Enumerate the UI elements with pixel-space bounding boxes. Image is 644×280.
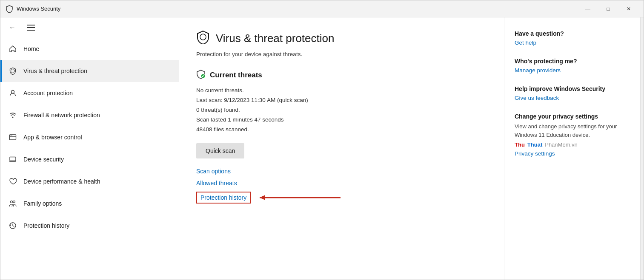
watermark-rest: PhanMem.vn bbox=[545, 141, 578, 148]
sidebar-item-device-security[interactable]: Device security bbox=[0, 148, 179, 170]
back-icon: ← bbox=[9, 24, 16, 31]
menu-button[interactable] bbox=[25, 22, 37, 34]
right-section-protecting: Who's protecting me? Manage providers bbox=[515, 58, 630, 74]
sidebar: ← Home bbox=[0, 17, 179, 280]
app-browser-icon bbox=[8, 133, 17, 142]
sidebar-item-home[interactable]: Home bbox=[0, 38, 179, 60]
privacy-text: View and change privacy settings for you… bbox=[515, 122, 630, 139]
sidebar-item-account[interactable]: Account protection bbox=[0, 82, 179, 104]
sidebar-item-firewall[interactable]: Firewall & network protection bbox=[0, 104, 179, 126]
files-scanned-text: 48408 files scanned. bbox=[196, 125, 487, 135]
scan-options-link-container: Scan options bbox=[196, 168, 487, 175]
minimize-button[interactable]: — bbox=[578, 2, 598, 16]
page-header-icon bbox=[196, 30, 210, 47]
maximize-button[interactable]: □ bbox=[598, 2, 618, 16]
windows-security-window: Windows Security — □ ✕ ← bbox=[0, 0, 644, 280]
home-icon bbox=[8, 44, 17, 54]
hamburger-line-3 bbox=[27, 30, 35, 31]
watermark-thu: Thu bbox=[515, 141, 525, 148]
get-help-link[interactable]: Get help bbox=[515, 40, 630, 46]
sidebar-item-app[interactable]: App & browser control bbox=[0, 126, 179, 148]
sidebar-item-family[interactable]: Family options bbox=[0, 192, 179, 215]
virus-label: Virus & threat protection bbox=[23, 68, 87, 74]
right-section-privacy: Change your privacy settings View and ch… bbox=[515, 113, 630, 157]
last-scan-text: Last scan: 9/12/2023 11:30 AM (quick sca… bbox=[196, 96, 487, 105]
protection-history-link[interactable]: Protection history bbox=[196, 192, 251, 204]
no-threats-text: No current threats. bbox=[196, 86, 487, 96]
back-button[interactable]: ← bbox=[6, 22, 18, 34]
svg-point-3 bbox=[11, 135, 11, 136]
person-icon bbox=[8, 88, 17, 98]
current-threats-header: Current threats bbox=[196, 69, 487, 81]
right-panel: Have a question? Get help Who's protecti… bbox=[504, 17, 640, 280]
app-label: App & browser control bbox=[23, 134, 82, 141]
privacy-title: Change your privacy settings bbox=[515, 113, 630, 120]
home-label: Home bbox=[23, 45, 39, 52]
family-label: Family options bbox=[23, 200, 62, 207]
device-security-label: Device security bbox=[23, 156, 64, 163]
red-arrow-annotation bbox=[258, 192, 343, 204]
page-subtitle: Protection for your device against threa… bbox=[196, 51, 487, 57]
sidebar-item-virus[interactable]: Virus & threat protection bbox=[0, 60, 179, 82]
main-content: ← Home bbox=[0, 17, 644, 280]
sidebar-item-protection-history[interactable]: Protection history bbox=[0, 215, 179, 237]
page-title: Virus & threat protection bbox=[216, 32, 334, 45]
wifi-icon bbox=[8, 110, 17, 120]
protecting-title: Who's protecting me? bbox=[515, 58, 630, 65]
allowed-threats-link-container: Allowed threats bbox=[196, 180, 487, 187]
svg-point-6 bbox=[11, 201, 13, 203]
scan-duration-text: Scan lasted 1 minutes 47 seconds bbox=[196, 115, 487, 125]
privacy-settings-link[interactable]: Privacy settings bbox=[515, 150, 630, 157]
shield-icon bbox=[8, 66, 17, 76]
svg-point-0 bbox=[11, 91, 14, 93]
nav-items: Home Virus & threat protection bbox=[0, 38, 179, 280]
page-header: Virus & threat protection bbox=[196, 30, 487, 47]
heart-icon bbox=[8, 177, 17, 186]
right-section-help: Have a question? Get help bbox=[515, 30, 630, 46]
feedback-link[interactable]: Give us feedback bbox=[515, 95, 630, 101]
history-icon bbox=[8, 221, 17, 230]
watermark-thuat: Thuat bbox=[527, 141, 542, 148]
firewall-label: Firewall & network protection bbox=[23, 112, 100, 119]
right-section-improve: Help improve Windows Security Give us fe… bbox=[515, 85, 630, 101]
improve-title: Help improve Windows Security bbox=[515, 85, 630, 92]
svg-rect-5 bbox=[10, 157, 16, 161]
threats-found-text: 0 threat(s) found. bbox=[196, 105, 487, 115]
quick-scan-button[interactable]: Quick scan bbox=[196, 143, 244, 158]
titlebar-controls: — □ ✕ bbox=[578, 2, 638, 16]
sidebar-top-controls: ← bbox=[0, 17, 179, 38]
hamburger-line-1 bbox=[27, 25, 35, 25]
svg-point-4 bbox=[11, 135, 12, 136]
close-button[interactable]: ✕ bbox=[619, 2, 638, 16]
threat-info: No current threats. Last scan: 9/12/2023… bbox=[196, 86, 487, 135]
current-threats-title: Current threats bbox=[210, 71, 262, 79]
sidebar-item-device-health[interactable]: Device performance & health bbox=[0, 170, 179, 192]
content-area: Virus & threat protection Protection for… bbox=[179, 17, 504, 280]
scan-options-link[interactable]: Scan options bbox=[196, 168, 487, 175]
family-icon bbox=[8, 199, 17, 208]
help-title: Have a question? bbox=[515, 30, 630, 37]
manage-providers-link[interactable]: Manage providers bbox=[515, 67, 630, 74]
threats-icon bbox=[196, 69, 206, 81]
svg-point-1 bbox=[12, 117, 14, 118]
scrollbar[interactable] bbox=[640, 17, 644, 280]
svg-point-7 bbox=[13, 201, 15, 203]
allowed-threats-link[interactable]: Allowed threats bbox=[196, 180, 487, 187]
app-icon bbox=[6, 5, 13, 13]
protection-history-label: Protection history bbox=[23, 222, 69, 229]
svg-marker-11 bbox=[260, 195, 265, 200]
titlebar: Windows Security — □ ✕ bbox=[0, 0, 644, 17]
protection-history-row: Protection history bbox=[196, 192, 487, 204]
device-health-label: Device performance & health bbox=[23, 178, 100, 185]
titlebar-title: Windows Security bbox=[17, 6, 578, 12]
hamburger-line-2 bbox=[27, 27, 35, 28]
laptop-icon bbox=[8, 155, 17, 164]
account-label: Account protection bbox=[23, 90, 73, 96]
